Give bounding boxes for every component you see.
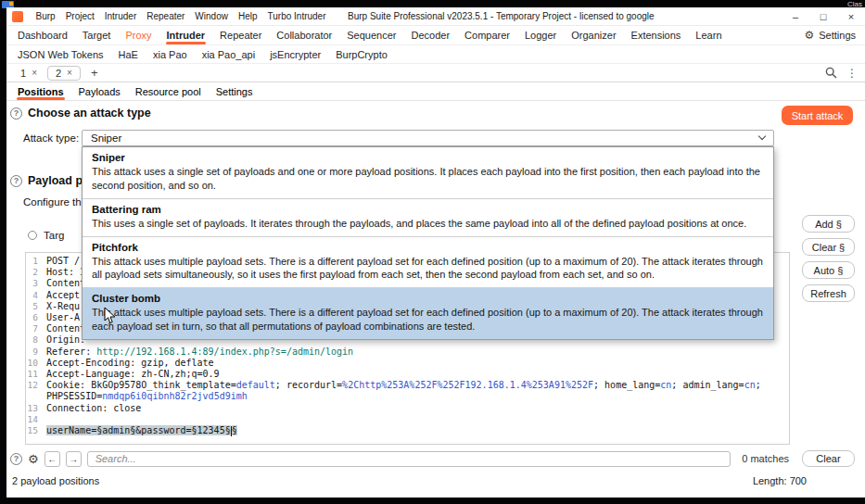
target-row: Targ (28, 230, 64, 241)
burp-window: Burp Project Intruder Repeater Window He… (6, 7, 865, 498)
line-number: 15 (26, 425, 46, 436)
start-attack-button[interactable]: Start attack (782, 106, 853, 125)
tab-hae[interactable]: HaE (111, 45, 146, 63)
tab-proxy[interactable]: Proxy (118, 26, 159, 44)
tab-comparer[interactable]: Comparer (457, 26, 517, 44)
line-number: 10 (26, 358, 46, 369)
tab-learn[interactable]: Learn (688, 26, 729, 44)
payload-positions-heading-row: ? Payload p (10, 174, 83, 187)
line-number: 7 (26, 323, 46, 334)
more-options-icon[interactable]: ⋮ (846, 67, 858, 80)
close-tab-icon[interactable]: × (32, 68, 37, 78)
titlebar: Burp Project Intruder Repeater Window He… (6, 7, 865, 26)
tab-intruder[interactable]: Intruder (159, 26, 213, 44)
tab-xia-pao[interactable]: xia Pao (146, 45, 195, 63)
subtab-payloads[interactable]: Payloads (71, 82, 128, 100)
attack-type-dropdown: Sniper This attack uses a single set of … (82, 146, 774, 340)
dropdown-option-cluster-bomb[interactable]: Cluster bomb This attack uses multiple p… (83, 288, 773, 339)
line-segment-url: http://192.168.1.4:89/index.php?s=/admin… (96, 346, 353, 357)
request-line: 10Accept-Encoding: gzip, deflate (26, 358, 789, 369)
clear-search-button[interactable]: Clear (802, 450, 855, 467)
request-line: 15userName=§admin§&password=§12345§§ (26, 425, 789, 436)
auto-positions-button[interactable]: Auto § (802, 261, 855, 279)
dropdown-option-battering-ram[interactable]: Battering ram This uses a single set of … (83, 199, 773, 237)
search-input[interactable] (87, 451, 731, 467)
subtab-resource-pool[interactable]: Resource pool (128, 82, 209, 100)
line-segment: Accept: (46, 290, 85, 300)
attack-tab-2[interactable]: 2 × (47, 66, 81, 81)
menu-help[interactable]: Help (233, 11, 262, 21)
line-text: userName=§admin§&password=§12345§§ (46, 425, 789, 436)
line-text: Cookie: BkGOp9578O_think_template=defaul… (46, 380, 789, 402)
refresh-button[interactable]: Refresh (802, 284, 855, 302)
menu-burp[interactable]: Burp (31, 11, 60, 21)
option-name: Battering ram (92, 204, 764, 215)
tab-dashboard[interactable]: Dashboard (10, 26, 75, 44)
tab-sequencer[interactable]: Sequencer (339, 26, 403, 44)
previous-match-button[interactable]: ← (45, 451, 60, 467)
tab-xia-pao-api[interactable]: xia Pao_api (195, 45, 263, 63)
tab-organizer[interactable]: Organizer (564, 26, 623, 44)
menubar: Burp Project Intruder Repeater Window He… (31, 11, 331, 21)
menu-window[interactable]: Window (190, 11, 234, 21)
line-number: 3 (26, 278, 46, 289)
attack-tab-2-label: 2 (56, 68, 61, 79)
attack-type-select[interactable]: Sniper (82, 130, 774, 146)
maximize-button[interactable]: □ (809, 7, 837, 25)
line-segment-value: cn (660, 380, 671, 390)
tab-json-web-tokens[interactable]: JSON Web Tokens (10, 45, 111, 63)
dropdown-option-pitchfork[interactable]: Pitchfork This attack uses multiple payl… (83, 237, 773, 289)
attack-type-label: Attack type: (23, 132, 79, 144)
menu-intruder[interactable]: Intruder (99, 11, 141, 21)
line-segment: Content (46, 278, 85, 288)
menu-repeater[interactable]: Repeater (142, 11, 190, 21)
close-tab-icon[interactable]: × (67, 68, 72, 78)
attack-tab-bar: 1 × 2 × + ⋮ (6, 64, 865, 82)
option-description: This attack uses a single set of payload… (92, 165, 764, 193)
line-segment: Accept-Encoding: gzip, deflate (46, 358, 214, 368)
tab-jsencrypter[interactable]: jsEncrypter (262, 45, 328, 63)
menu-project[interactable]: Project (60, 11, 99, 21)
menu-turbo-intruder[interactable]: Turbo Intruder (262, 11, 331, 21)
help-icon[interactable]: ? (10, 107, 22, 120)
tab-repeater[interactable]: Repeater (212, 26, 269, 44)
line-segment: Referer: (46, 346, 96, 357)
clear-positions-button[interactable]: Clear § (802, 238, 855, 256)
tab-decoder[interactable]: Decoder (404, 26, 458, 44)
next-match-button[interactable]: → (66, 451, 82, 467)
line-number: 4 (26, 290, 46, 301)
option-name: Pitchfork (92, 242, 764, 253)
help-icon[interactable]: ? (10, 453, 22, 465)
payload-position-count: 2 payload positions (12, 475, 99, 486)
tab-extensions[interactable]: Extensions (624, 26, 689, 44)
subtab-settings[interactable]: Settings (209, 82, 261, 100)
attack-tab-1[interactable]: 1 × (12, 66, 45, 81)
close-button[interactable]: × (837, 7, 865, 25)
line-segment: ; recordurl= (275, 380, 342, 390)
line-segment: Origin: (46, 334, 85, 345)
help-icon[interactable]: ? (10, 175, 22, 187)
minimize-button[interactable]: – (782, 7, 809, 25)
tab-collaborator[interactable]: Collaborator (269, 26, 339, 44)
line-segment: X-Requ (46, 301, 80, 311)
add-position-button[interactable]: Add § (802, 215, 855, 233)
line-number: 1 (26, 256, 46, 267)
status-bar: 2 payload positions Length: 700 (12, 475, 858, 486)
line-segment: Host: 1 (46, 267, 85, 277)
search-icon[interactable] (825, 67, 837, 79)
tab-settings[interactable]: ⚙ Settings (795, 26, 865, 44)
new-attack-tab-button[interactable]: + (83, 66, 107, 80)
tab-target[interactable]: Target (75, 26, 119, 44)
subtab-positions[interactable]: Positions (10, 82, 71, 100)
line-segment-value: nmdqp6i0qibnh82r2jvd5d9imh (102, 391, 248, 401)
option-description: This uses a single set of payloads. It i… (92, 217, 764, 231)
gear-icon[interactable]: ⚙ (28, 453, 39, 465)
line-number: 8 (26, 334, 46, 346)
tab-logger[interactable]: Logger (517, 26, 564, 44)
window-controls: – □ × (782, 7, 865, 25)
dropdown-option-sniper[interactable]: Sniper This attack uses a single set of … (83, 147, 773, 199)
main-tab-bar: Dashboard Target Proxy Intruder Repeater… (6, 26, 865, 45)
tab-burpcrypto[interactable]: BurpCrypto (328, 45, 395, 63)
line-segment: Accept-Language: zh-CN,zh;q=0.9 (46, 369, 220, 379)
line-segment: Content (46, 323, 85, 334)
